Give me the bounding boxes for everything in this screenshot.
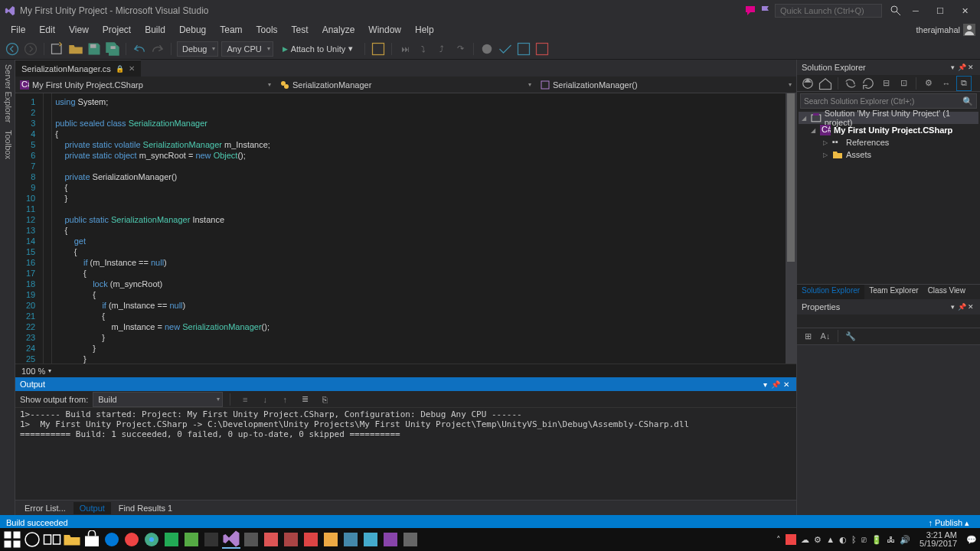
step-icon-3[interactable]: ⤴: [434, 41, 449, 57]
app-icon-11[interactable]: [361, 530, 380, 549]
tab-class-view[interactable]: Class View: [923, 285, 970, 299]
source-text[interactable]: using System;public sealed class Seriali…: [52, 93, 796, 364]
edge-icon[interactable]: [103, 530, 121, 549]
user-avatar-icon[interactable]: [963, 24, 975, 36]
output-pin-icon[interactable]: 📌: [770, 380, 781, 389]
out-tool-2[interactable]: ↓: [257, 392, 273, 407]
bp-icon[interactable]: [479, 41, 495, 57]
nav-back-icon[interactable]: [5, 41, 20, 57]
app-icon-7[interactable]: [282, 530, 300, 549]
app-icon-6[interactable]: [262, 530, 280, 549]
menu-file[interactable]: File: [5, 23, 31, 37]
feedback-icon[interactable]: [744, 5, 756, 17]
redo-icon[interactable]: [150, 41, 165, 57]
props-az-icon[interactable]: A↓: [818, 328, 833, 344]
chrome-icon[interactable]: [142, 530, 161, 549]
menu-edit[interactable]: Edit: [33, 23, 61, 37]
output-close-icon[interactable]: ✕: [781, 380, 792, 389]
save-icon[interactable]: [87, 41, 102, 57]
se-view-icon[interactable]: ↔: [939, 76, 954, 91]
tray-bluetooth-icon[interactable]: ᛒ: [851, 535, 857, 544]
se-close-icon[interactable]: ✕: [966, 64, 975, 71]
config-dropdown[interactable]: Debug: [177, 41, 218, 57]
tray-icon-4[interactable]: ▲: [826, 535, 835, 544]
app-icon-12[interactable]: [381, 530, 400, 549]
bp-icon-3[interactable]: [516, 41, 531, 57]
nav-fwd-icon[interactable]: [23, 41, 38, 57]
menu-team[interactable]: Team: [214, 23, 248, 37]
tray-icon-5[interactable]: ◐: [839, 535, 847, 545]
nav-project[interactable]: C# My First Unity Project.CSharp: [15, 80, 276, 90]
se-refresh-icon[interactable]: [861, 76, 876, 91]
props-wrench-icon[interactable]: 🔧: [843, 328, 858, 344]
tab-errorlist[interactable]: Error List...: [18, 502, 72, 514]
tray-battery-icon[interactable]: 🔋: [871, 535, 882, 545]
app-icon-1[interactable]: [122, 530, 141, 549]
flag-icon[interactable]: [760, 5, 772, 17]
quick-launch-input[interactable]: [775, 4, 882, 18]
menu-help[interactable]: Help: [409, 23, 440, 37]
platform-dropdown[interactable]: Any CPU: [221, 41, 273, 57]
step-icon-4[interactable]: ↷: [452, 41, 468, 57]
se-sync-icon[interactable]: [843, 76, 858, 91]
tray-clock[interactable]: 3:21 AM5/19/2017: [915, 531, 962, 548]
tab-solution-explorer[interactable]: Solution Explorer: [797, 285, 864, 299]
menu-tools[interactable]: Tools: [250, 23, 284, 37]
output-body[interactable]: 1>------ Build started: Project: My Firs…: [15, 408, 796, 500]
solution-tree[interactable]: ◢Solution 'My First Unity Project' (1 pr…: [797, 110, 980, 284]
search-icon[interactable]: [890, 5, 902, 17]
output-source-dropdown[interactable]: Build: [93, 392, 223, 407]
editor-tab[interactable]: SerializationManager.cs 🔒 ✕: [15, 60, 141, 77]
app-icon-3[interactable]: [182, 530, 201, 549]
se-search-input[interactable]: Search Solution Explorer (Ctrl+;) 🔍: [800, 93, 977, 109]
undo-icon[interactable]: [132, 41, 147, 57]
maximize-button[interactable]: ☐: [929, 3, 951, 18]
props-pin-icon[interactable]: 📌: [957, 303, 966, 311]
close-button[interactable]: ✕: [954, 3, 975, 18]
props-dropdown-icon[interactable]: ▾: [948, 303, 957, 311]
out-tool-3[interactable]: ↑: [277, 392, 292, 407]
step-icon-2[interactable]: ⤵: [416, 41, 431, 57]
menu-test[interactable]: Test: [286, 23, 315, 37]
toolbox-tab[interactable]: Toolbox: [2, 130, 13, 159]
tray-up-icon[interactable]: ˄: [776, 535, 781, 545]
explorer-icon[interactable]: [63, 530, 81, 549]
app-icon-8[interactable]: [302, 530, 320, 549]
se-dropdown-icon[interactable]: ▾: [948, 64, 957, 71]
se-home-icon-2[interactable]: [818, 76, 833, 91]
out-tool-5[interactable]: ⎘: [317, 392, 332, 407]
se-showall-icon[interactable]: ⊡: [896, 76, 911, 91]
tool-icon-1[interactable]: [371, 41, 386, 57]
app-icon-10[interactable]: [341, 530, 360, 549]
menu-window[interactable]: Window: [362, 23, 407, 37]
server-explorer-tab[interactable]: Server Explorer: [2, 64, 13, 122]
tray-notifications-icon[interactable]: 💬: [966, 535, 977, 545]
props-cat-icon[interactable]: ⊞: [800, 328, 815, 344]
new-project-icon[interactable]: [50, 41, 65, 57]
attach-to-unity-button[interactable]: Attach to Unity ▾: [276, 41, 360, 57]
nav-class[interactable]: SerializationManager: [276, 80, 536, 90]
app-icon-5[interactable]: [242, 530, 260, 549]
tab-findresults[interactable]: Find Results 1: [113, 502, 178, 514]
menu-debug[interactable]: Debug: [173, 23, 212, 37]
se-pin-icon[interactable]: 📌: [957, 64, 966, 71]
se-collapse-icon[interactable]: ⊟: [878, 76, 893, 91]
se-home-icon[interactable]: [800, 76, 815, 91]
se-preview-icon[interactable]: ⧉: [956, 76, 972, 91]
tray-icon-6[interactable]: ⎚: [861, 535, 867, 544]
app-icon-9[interactable]: [322, 530, 340, 549]
tab-output[interactable]: Output: [74, 502, 111, 514]
tray-icon-3[interactable]: ⚙: [814, 535, 822, 545]
nav-member[interactable]: SerializationManager(): [536, 80, 796, 90]
menu-view[interactable]: View: [63, 23, 95, 37]
bp-icon-4[interactable]: [534, 41, 550, 57]
store-icon[interactable]: [83, 530, 101, 549]
step-icon-1[interactable]: ⏭: [397, 41, 413, 57]
menu-analyze[interactable]: Analyze: [316, 23, 361, 37]
bp-icon-2[interactable]: [498, 41, 513, 57]
props-close-icon[interactable]: ✕: [966, 303, 975, 311]
minimize-button[interactable]: ─: [905, 3, 926, 18]
open-icon[interactable]: [68, 41, 83, 57]
tray-icon-1[interactable]: [786, 530, 796, 549]
se-props-icon[interactable]: ⚙: [921, 76, 936, 91]
